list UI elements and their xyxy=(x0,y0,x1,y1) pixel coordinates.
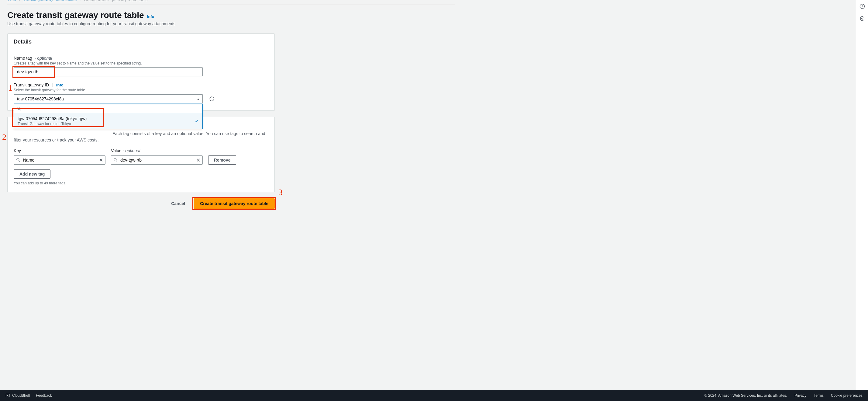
chevron-up-icon: ▲ xyxy=(197,97,200,101)
tgw-desc: Select the transit gateway for the route… xyxy=(14,88,268,92)
page-title: Create transit gateway route table xyxy=(7,10,144,20)
tag-value-label: Value xyxy=(111,148,122,153)
annotation-number-3: 3 xyxy=(278,188,283,197)
svg-point-5 xyxy=(18,107,20,110)
chevron-right-icon: › xyxy=(80,0,81,2)
breadcrumb: VPC › Transit gateway route tables › Cre… xyxy=(7,0,455,5)
tgw-option-title: tgw-07054d8274298cf8a (tokyo-tgw) xyxy=(18,116,87,121)
cloudshell-button[interactable]: CloudShell xyxy=(5,393,30,398)
tag-key-input[interactable] xyxy=(14,155,105,165)
tgw-option[interactable]: tgw-07054d8274298cf8a (tokyo-tgw) Transi… xyxy=(14,113,203,129)
tag-limit-text: You can add up to 49 more tags. xyxy=(14,181,268,185)
breadcrumb-leaf: Create transit gateway route table xyxy=(84,0,148,2)
tag-value-input[interactable] xyxy=(111,155,203,165)
name-tag-optional: - optional xyxy=(35,56,52,61)
page-info-link[interactable]: Info xyxy=(147,14,154,19)
annotation-number-1: 1 xyxy=(8,83,12,93)
breadcrumb-root[interactable]: VPC xyxy=(7,0,16,2)
clear-icon[interactable]: ✕ xyxy=(99,157,103,163)
cancel-button[interactable]: Cancel xyxy=(167,199,189,208)
tgw-label: Transit gateway ID xyxy=(14,82,49,87)
annotation-number-2: 2 xyxy=(2,132,6,142)
svg-point-4 xyxy=(861,18,863,20)
footer: CloudShell Feedback © 2024, Amazon Web S… xyxy=(0,390,868,401)
footer-privacy-link[interactable]: Privacy xyxy=(795,393,806,398)
info-rail-icon[interactable] xyxy=(858,3,867,12)
details-panel-title: Details xyxy=(8,34,274,50)
tgw-option-sub: Transit Gateway for region Tokyo xyxy=(18,122,87,126)
tags-description: A tag is a label that you assign to an A… xyxy=(14,131,268,146)
tgw-dropdown: tgw-07054d8274298cf8a (tokyo-tgw) Transi… xyxy=(14,104,203,129)
name-tag-label: Name tag xyxy=(14,56,32,61)
name-tag-desc: Creates a tag with the key set to Name a… xyxy=(14,61,268,65)
chevron-right-icon: › xyxy=(19,0,20,2)
tag-key-label: Key xyxy=(14,148,105,153)
tag-value-optional: - optional xyxy=(123,148,141,153)
name-tag-input[interactable] xyxy=(14,67,203,76)
tgw-refresh-button[interactable] xyxy=(207,94,217,104)
right-rail xyxy=(856,0,868,390)
details-panel: Details Name tag - optional Creates a ta… xyxy=(7,33,275,111)
breadcrumb-mid[interactable]: Transit gateway route tables xyxy=(23,0,76,2)
page-subtitle: Use transit gateway route tables to conf… xyxy=(7,21,455,26)
tgw-select-value: tgw-07054d8274298cf8a xyxy=(17,96,64,101)
tgw-select[interactable]: tgw-07054d8274298cf8a ▲ xyxy=(14,94,203,104)
tgw-info-link[interactable]: Info xyxy=(56,83,64,87)
footer-terms-link[interactable]: Terms xyxy=(814,393,824,398)
add-tag-button[interactable]: Add new tag xyxy=(14,169,51,179)
cloudshell-icon xyxy=(5,393,10,398)
tgw-dropdown-search-input[interactable] xyxy=(24,106,199,111)
svg-marker-3 xyxy=(860,17,864,21)
create-route-table-button[interactable]: Create transit gateway route table xyxy=(194,198,275,209)
settings-rail-icon[interactable] xyxy=(858,15,867,24)
svg-point-2 xyxy=(862,5,862,5)
feedback-link[interactable]: Feedback xyxy=(36,393,52,398)
search-icon xyxy=(17,107,21,111)
footer-cookies-link[interactable]: Cookie preferences xyxy=(831,393,863,398)
refresh-icon xyxy=(209,96,215,102)
check-icon: ✓ xyxy=(195,118,199,124)
clear-icon[interactable]: ✕ xyxy=(196,157,200,163)
remove-tag-button[interactable]: Remove xyxy=(208,155,236,165)
svg-line-6 xyxy=(20,109,21,110)
footer-copyright: © 2024, Amazon Web Services, Inc. or its… xyxy=(705,393,787,398)
